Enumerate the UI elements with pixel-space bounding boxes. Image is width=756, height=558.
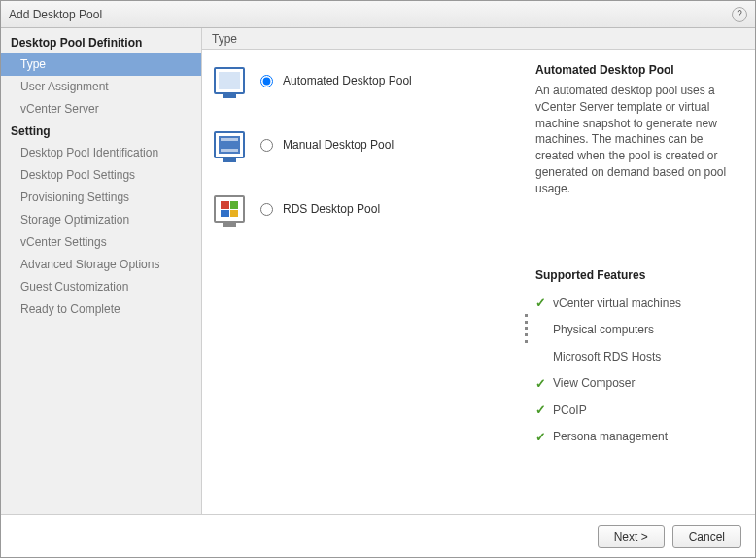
pool-type-options: Automated Desktop Pool Manual Desktop Po…: [202, 50, 523, 514]
step-user-assignment: User Assignment: [1, 76, 201, 98]
info-description: An automated desktop pool uses a vCenter…: [535, 83, 739, 197]
dialog-body: Desktop Pool Definition Type User Assign…: [1, 28, 755, 514]
step-vcenter-settings: vCenter Settings: [1, 231, 201, 254]
radio-rds[interactable]: [260, 203, 273, 216]
content-header: Type: [202, 28, 755, 50]
cancel-button[interactable]: Cancel: [672, 525, 741, 548]
step-type[interactable]: Type: [1, 53, 201, 76]
info-panel: Automated Desktop Pool An automated desk…: [530, 50, 755, 514]
check-icon: ✓: [535, 294, 553, 313]
help-icon[interactable]: ?: [732, 7, 747, 22]
step-guest-customization: Guest Customization: [1, 276, 201, 298]
window-title: Add Desktop Pool: [9, 8, 732, 21]
radio-automated[interactable]: [260, 75, 273, 87]
content-area: Type Automated Desktop Pool Manual Deskt…: [202, 28, 755, 514]
supported-features: Supported Features ✓ vCenter virtual mac…: [535, 268, 739, 450]
feature-label: View Composer: [553, 374, 635, 392]
windows-icon: [214, 195, 245, 223]
step-advanced-storage: Advanced Storage Options: [1, 254, 201, 276]
step-provisioning: Provisioning Settings: [1, 187, 201, 209]
feature-label: Physical computers: [553, 321, 654, 338]
feature-row: ✓ Physical computers: [535, 317, 739, 344]
feature-row: ✓ Microsoft RDS Hosts: [535, 343, 739, 370]
step-ready-complete: Ready to Complete: [1, 298, 201, 321]
feature-label: Microsoft RDS Hosts: [553, 348, 661, 366]
sidebar-section-setting: Setting: [1, 121, 201, 142]
option-automated-label[interactable]: Automated Desktop Pool: [283, 74, 412, 87]
drag-handle-icon[interactable]: [523, 312, 529, 345]
dialog-footer: Next > Cancel: [1, 514, 755, 557]
check-icon: ✓: [535, 428, 553, 447]
pane-divider[interactable]: [523, 50, 530, 514]
feature-row: ✓ vCenter virtual machines: [535, 290, 739, 317]
features-heading: Supported Features: [535, 268, 739, 282]
step-storage-optimization: Storage Optimization: [1, 209, 201, 231]
option-automated[interactable]: Automated Desktop Pool: [214, 67, 513, 94]
option-rds[interactable]: RDS Desktop Pool: [214, 195, 513, 223]
feature-row: ✓ Persona management: [535, 424, 739, 451]
feature-label: Persona management: [553, 428, 668, 445]
monitor-icon: [214, 131, 245, 158]
step-vcenter-server: vCenter Server: [1, 98, 201, 121]
option-manual-label[interactable]: Manual Desktop Pool: [283, 138, 394, 152]
feature-row: ✓ PCoIP: [535, 397, 739, 424]
wizard-sidebar: Desktop Pool Definition Type User Assign…: [1, 28, 202, 514]
titlebar: Add Desktop Pool ?: [1, 1, 755, 28]
content-body: Automated Desktop Pool Manual Desktop Po…: [202, 50, 755, 514]
radio-manual[interactable]: [260, 139, 273, 152]
check-icon: ✓: [535, 347, 553, 366]
info-title: Automated Desktop Pool: [535, 63, 739, 77]
monitor-icon: [214, 67, 245, 94]
sidebar-section-definition: Desktop Pool Definition: [1, 32, 201, 53]
check-icon: ✓: [535, 321, 553, 340]
next-button[interactable]: Next >: [598, 525, 665, 548]
feature-label: PCoIP: [553, 401, 587, 419]
option-rds-label[interactable]: RDS Desktop Pool: [283, 202, 380, 216]
check-icon: ✓: [535, 374, 553, 394]
step-pool-settings: Desktop Pool Settings: [1, 164, 201, 187]
feature-label: vCenter virtual machines: [553, 295, 681, 312]
feature-row: ✓ View Composer: [535, 370, 739, 398]
option-manual[interactable]: Manual Desktop Pool: [214, 131, 513, 158]
step-pool-identification: Desktop Pool Identification: [1, 142, 201, 164]
check-icon: ✓: [535, 401, 553, 420]
